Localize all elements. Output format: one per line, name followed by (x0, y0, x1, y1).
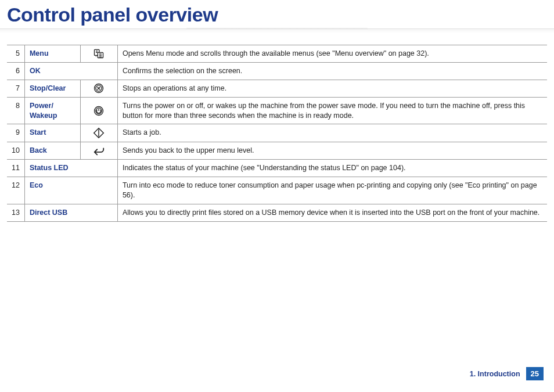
table-row: 11Status LEDIndicates the status of your… (7, 160, 547, 177)
row-number: 13 (7, 204, 24, 221)
table-row: 8Power/ WakeupTurns the power on or off,… (7, 97, 547, 124)
content-area: 5Menu*Opens Menu mode and scrolls throug… (0, 35, 554, 222)
row-label: Start (24, 124, 80, 142)
row-description: Confirms the selection on the screen. (117, 62, 547, 80)
row-number: 10 (7, 142, 24, 160)
row-number: 11 (7, 160, 24, 177)
row-number: 8 (7, 97, 24, 124)
row-description: Turns the power on or off, or wakes up t… (117, 97, 547, 124)
start-icon (80, 124, 117, 142)
row-label: Back (24, 142, 80, 160)
row-description: Indicates the status of your machine (se… (117, 160, 547, 177)
row-number: 12 (7, 177, 24, 204)
stop-icon (80, 80, 117, 97)
power-icon (80, 97, 117, 124)
table-row: 9StartStarts a job. (7, 124, 547, 142)
row-label: Stop/Clear (24, 80, 80, 97)
row-label: Direct USB (24, 204, 117, 221)
row-description: Turn into eco mode to reduce toner consu… (117, 177, 547, 204)
row-description: Stops an operations at any time. (117, 80, 547, 97)
table-row: 5Menu*Opens Menu mode and scrolls throug… (7, 45, 547, 63)
row-number: 5 (7, 45, 24, 63)
row-label: OK (24, 62, 117, 80)
row-number: 6 (7, 62, 24, 80)
table-row: 10BackSends you back to the upper menu l… (7, 142, 547, 160)
control-panel-table: 5Menu*Opens Menu mode and scrolls throug… (7, 45, 547, 222)
row-number: 9 (7, 124, 24, 142)
row-label: Status LED (24, 160, 117, 177)
row-number: 7 (7, 80, 24, 97)
table-row: 7Stop/ClearStops an operations at any ti… (7, 80, 547, 97)
back-icon (80, 142, 117, 160)
row-description: Opens Menu mode and scrolls through the … (117, 45, 547, 63)
row-label: Menu (24, 45, 80, 63)
menu-icon: * (80, 45, 117, 63)
page-title: Control panel overview (0, 0, 554, 28)
table-row: 6OKConfirms the selection on the screen. (7, 62, 547, 80)
row-label: Eco (24, 177, 117, 204)
row-description: Sends you back to the upper menu level. (117, 142, 547, 160)
row-label: Power/ Wakeup (24, 97, 80, 124)
footer-chapter: 1. Introduction (470, 370, 520, 378)
page-footer: 1. Introduction 25 (470, 367, 544, 380)
title-underline (0, 28, 554, 35)
row-description: Allows you to directly print files store… (117, 204, 547, 221)
row-description: Starts a job. (117, 124, 547, 142)
table-row: 12EcoTurn into eco mode to reduce toner … (7, 177, 547, 204)
footer-page-number: 25 (526, 367, 544, 380)
table-row: 13Direct USBAllows you to directly print… (7, 204, 547, 221)
